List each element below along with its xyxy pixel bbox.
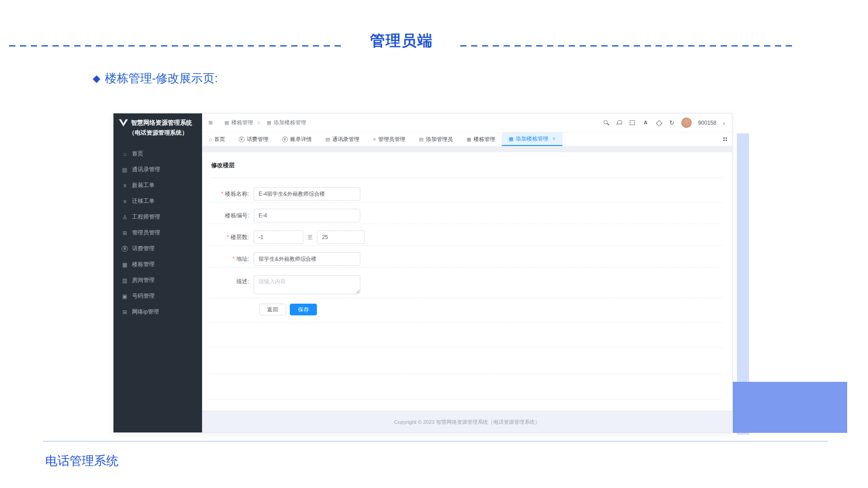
breadcrumb-label: 楼栋管理 — [231, 119, 253, 127]
save-button[interactable]: 保存 — [290, 304, 317, 315]
back-button[interactable]: 返回 — [259, 304, 286, 315]
user-avatar[interactable] — [681, 117, 692, 128]
dashed-guide-line — [208, 267, 722, 267]
sidebar-menu-item[interactable]: ⊞网络ip管理 — [113, 304, 202, 320]
topbar-actions: 900158 — [603, 117, 726, 128]
sidebar-menu-item-label: 管理员管理 — [132, 229, 160, 237]
content-top-strip — [202, 146, 732, 152]
form-title: 修改楼层 — [211, 161, 235, 169]
tab-item[interactable]: ▦楼栋管理 — [460, 132, 502, 146]
translate-icon[interactable] — [642, 119, 649, 126]
building-code-label: 楼栋编号: — [207, 212, 254, 220]
search-icon[interactable] — [603, 119, 609, 126]
sidebar-menu-item-label: 房间管理 — [132, 277, 155, 284]
sidebar-menu-item-label: 楼栋管理 — [132, 261, 155, 268]
home-icon: ⌂ — [122, 151, 128, 157]
floor-count-label: 楼层数: — [207, 234, 254, 241]
logo-icon — [119, 119, 128, 127]
app-title-line2: （电话资源管理系统） — [129, 129, 198, 137]
building-icon: ▦ — [122, 262, 128, 268]
sidebar-menu-item[interactable]: ▣号码管理 — [113, 288, 202, 304]
sidebar-menu-item[interactable]: ¥话费管理 — [113, 241, 202, 257]
dashed-guide-line — [208, 374, 722, 374]
sidebar-menu-item-label: 工程师管理 — [132, 213, 160, 221]
field-building-name: 楼栋名称: — [207, 187, 360, 201]
sidebar-menu-item[interactable]: ▥房间管理 — [113, 272, 202, 288]
section-bullet-line: ◆ 楼栋管理-修改展示页: — [93, 70, 218, 86]
app-logo-block: 智慧网络资源管理系统 （电话资源管理系统） — [113, 113, 202, 140]
sidebar-menu-item-label: 首页 — [132, 150, 143, 158]
sidebar-menu-item[interactable]: ▦楼栋管理 — [113, 257, 202, 272]
tab-item[interactable]: ¥话费管理 — [232, 132, 275, 146]
building-name-label: 楼栋名称: — [207, 190, 254, 198]
breadcrumb-item[interactable]: ▦添加楼栋管理 — [253, 119, 306, 127]
highlight-block-decoration — [733, 382, 847, 433]
section-heading: 楼栋管理-修改展示页: — [105, 70, 218, 86]
title-dash-right-decoration — [460, 45, 796, 47]
sidebar-menu-item[interactable]: ⊞管理员管理 — [113, 225, 202, 241]
tab-item[interactable]: ≡管理员管理 — [366, 132, 412, 146]
dashed-guide-line — [208, 245, 722, 246]
description-label: 描述: — [207, 278, 254, 286]
tab-label: 账单详情 — [290, 136, 312, 143]
dashed-guide-line — [208, 322, 722, 323]
contacts-icon: ▤ — [122, 167, 128, 173]
bell-icon[interactable] — [616, 119, 623, 126]
system-name: 电话管理系统 — [45, 453, 118, 469]
app-topbar: ▦楼栋管理▦添加楼栋管理 900158 — [202, 113, 732, 132]
field-floor-count: 楼层数: 至 — [207, 230, 365, 244]
list-icon: ≡ — [122, 183, 128, 189]
field-address: 地址: — [207, 252, 360, 266]
app-footer: Copyright © 2023 智慧网络资源管理系统（电话资源管理系统） — [202, 411, 732, 432]
bottom-divider — [43, 441, 828, 441]
sidebar-menu-item[interactable]: ♙工程师管理 — [113, 209, 202, 225]
slide: 管理员端 ◆ 楼栋管理-修改展示页: 智慧网络资源管理系统 （电话资源管理系统）… — [0, 0, 868, 488]
contacts-icon: ▤ — [326, 136, 330, 142]
sidebar-menu-item-label: 新装工单 — [132, 182, 155, 189]
tab-close-icon[interactable] — [552, 136, 556, 142]
building-icon: ▦ — [509, 136, 513, 142]
sidebar-menu-item[interactable]: ⌂首页 — [113, 146, 202, 162]
tab-item[interactable]: ▤通讯录管理 — [319, 132, 366, 146]
sidebar-menu-item[interactable]: ≡新装工单 — [113, 178, 202, 193]
address-input[interactable] — [254, 252, 360, 266]
dashed-guide-line — [208, 202, 722, 203]
app-screenshot: 智慧网络资源管理系统 （电话资源管理系统） ⌂首页▤通讯录管理≡新装工单≡迁移工… — [113, 113, 732, 433]
building-icon: ▦ — [267, 120, 271, 126]
sidebar-collapse-icon[interactable] — [208, 119, 212, 127]
building-code-input[interactable] — [254, 209, 360, 222]
address-label: 地址: — [207, 255, 254, 263]
sidebar-menu-item[interactable]: ≡迁移工单 — [113, 193, 202, 209]
tab-label: 首页 — [214, 136, 225, 143]
theme-icon[interactable] — [655, 119, 662, 126]
breadcrumb-label: 添加楼栋管理 — [274, 119, 306, 127]
dashed-guide-line — [208, 347, 722, 348]
building-name-input[interactable] — [254, 187, 360, 201]
sidebar: 智慧网络资源管理系统 （电话资源管理系统） ⌂首页▤通讯录管理≡新装工单≡迁移工… — [113, 113, 202, 432]
tab-options-icon[interactable] — [723, 137, 725, 139]
sidebar-menu-item[interactable]: ▤通讯录管理 — [113, 162, 202, 178]
fullscreen-icon[interactable] — [629, 119, 636, 126]
username[interactable]: 900158 — [698, 120, 716, 126]
description-textarea[interactable] — [254, 275, 360, 294]
tab-item-active[interactable]: ▦添加楼栋管理 — [502, 132, 562, 146]
floor-range-joiner: 至 — [307, 234, 313, 241]
app-title-line1: 智慧网络资源管理系统 — [131, 119, 192, 127]
admin-grid-icon: ⊞ — [122, 230, 128, 236]
breadcrumb-item[interactable]: ▦楼栋管理 — [224, 119, 253, 127]
floor-from-input[interactable] — [254, 230, 303, 244]
list-icon: ≡ — [373, 136, 376, 142]
tab-item[interactable]: ▤添加管理员 — [412, 132, 459, 146]
refresh-icon[interactable] — [668, 119, 675, 126]
sidebar-menu: ⌂首页▤通讯录管理≡新装工单≡迁移工单♙工程师管理⊞管理员管理¥话费管理▦楼栋管… — [113, 146, 202, 320]
tab-label: 通讯录管理 — [332, 136, 359, 143]
floor-to-input[interactable] — [317, 230, 365, 244]
list-icon: ≡ — [122, 198, 128, 205]
tab-item[interactable]: ¥账单详情 — [275, 132, 319, 146]
form-buttons: 返回 保存 — [259, 304, 317, 315]
network-icon: ⊞ — [122, 309, 128, 315]
engineer-icon: ♙ — [122, 214, 128, 221]
tab-item[interactable]: ⌂首页 — [202, 132, 232, 146]
building-icon: ▦ — [224, 120, 229, 126]
tab-label: 管理员管理 — [378, 136, 405, 143]
